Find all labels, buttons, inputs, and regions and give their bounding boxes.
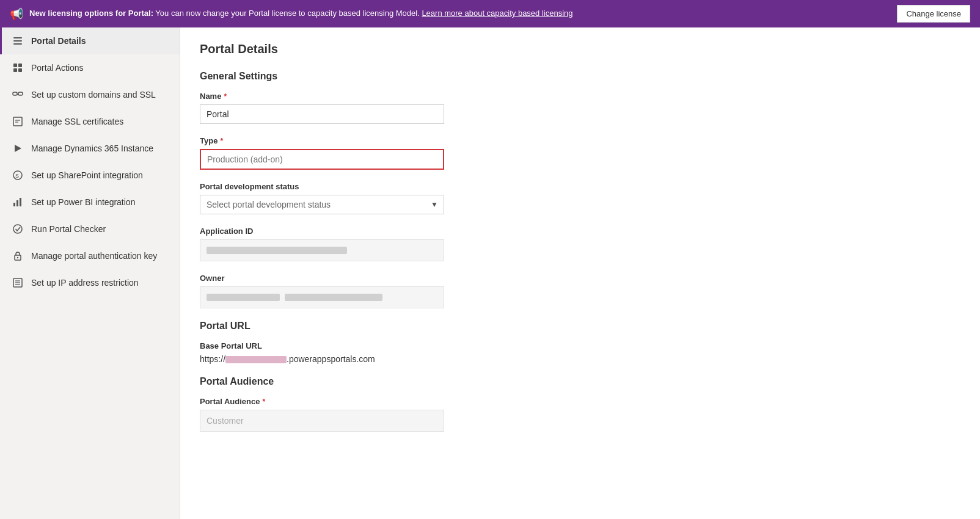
play-icon xyxy=(12,142,24,154)
app-id-blurred xyxy=(207,247,347,254)
sidebar-label: Manage Dynamics 365 Instance xyxy=(31,143,153,154)
svg-rect-17 xyxy=(16,200,18,206)
base-url-label: Base Portal URL xyxy=(200,341,960,350)
sidebar-item-custom-domains[interactable]: Set up custom domains and SSL xyxy=(0,81,180,108)
sidebar-item-ip-restriction[interactable]: Set up IP address restriction xyxy=(0,269,180,296)
audience-field-group: Portal Audience * Customer xyxy=(200,397,960,432)
svg-rect-5 xyxy=(13,68,17,72)
sidebar-item-portal-details[interactable]: Portal Details xyxy=(0,27,180,54)
main-content: Portal Details General Settings Name * T… xyxy=(180,27,980,519)
app-id-label: Application ID xyxy=(200,227,960,236)
checker-icon xyxy=(12,223,24,235)
chart-icon xyxy=(12,196,24,208)
learn-more-link[interactable]: Learn more about capacity based licensin… xyxy=(422,9,572,18)
dev-status-field-group: Portal development status Select portal … xyxy=(200,182,960,214)
owner-blurred-1 xyxy=(207,294,280,301)
required-indicator: * xyxy=(220,137,223,145)
sidebar-item-power-bi[interactable]: Set up Power BI integration xyxy=(0,189,180,216)
base-url-value: https://.powerappsportals.com xyxy=(200,354,960,364)
sidebar-label: Portal Actions xyxy=(31,62,84,73)
base-url-field-group: Base Portal URL https://.powerappsportal… xyxy=(200,341,960,364)
notification-banner: 📢 New licensing options for Portal: You … xyxy=(0,0,980,27)
sidebar-label: Set up Power BI integration xyxy=(31,197,135,208)
svg-text:S: S xyxy=(15,173,19,179)
link-icon xyxy=(12,89,24,101)
list-icon xyxy=(12,35,24,47)
type-input[interactable] xyxy=(200,149,444,170)
audience-field: Customer xyxy=(200,410,444,432)
lock-icon xyxy=(12,250,24,262)
sidebar-label: Run Portal Checker xyxy=(31,223,106,234)
announcement-icon: 📢 xyxy=(10,7,23,21)
dev-status-select[interactable]: Select portal development status Develop… xyxy=(200,195,444,214)
name-label: Name * xyxy=(200,92,960,101)
portal-url-title: Portal URL xyxy=(200,321,960,332)
dev-status-label: Portal development status xyxy=(200,182,960,191)
svg-point-21 xyxy=(17,257,18,258)
required-indicator: * xyxy=(262,397,265,406)
svg-rect-10 xyxy=(13,117,22,126)
sharepoint-icon: S xyxy=(12,169,24,181)
svg-rect-4 xyxy=(18,64,22,67)
owner-blurred-2 xyxy=(285,294,382,301)
restriction-icon xyxy=(12,277,24,289)
sidebar-label: Set up IP address restriction xyxy=(31,277,139,288)
name-field-group: Name * xyxy=(200,92,960,124)
url-blurred xyxy=(225,356,287,363)
svg-rect-1 xyxy=(13,40,22,42)
sidebar-item-portal-checker[interactable]: Run Portal Checker xyxy=(0,216,180,242)
type-label: Type * xyxy=(200,136,960,145)
sidebar-label: Set up custom domains and SSL xyxy=(31,89,156,100)
sidebar-item-ssl-certificates[interactable]: Manage SSL certificates xyxy=(0,108,180,135)
owner-label: Owner xyxy=(200,274,960,283)
svg-rect-8 xyxy=(18,92,23,95)
name-input[interactable] xyxy=(200,104,444,124)
svg-rect-6 xyxy=(18,68,22,72)
sidebar-item-portal-actions[interactable]: Portal Actions xyxy=(0,54,180,81)
svg-rect-18 xyxy=(20,198,21,206)
portal-audience-title: Portal Audience xyxy=(200,376,960,387)
svg-rect-16 xyxy=(13,203,15,206)
banner-text: New licensing options for Portal: You ca… xyxy=(29,8,891,19)
sidebar-label: Set up SharePoint integration xyxy=(31,170,143,181)
svg-rect-7 xyxy=(13,92,17,95)
audience-value: Customer xyxy=(207,416,244,426)
sidebar-label: Manage SSL certificates xyxy=(31,116,123,127)
audience-label: Portal Audience * xyxy=(200,397,960,406)
page-title: Portal Details xyxy=(200,42,960,56)
general-settings-title: General Settings xyxy=(200,71,960,82)
type-field-group: Type * xyxy=(200,136,960,170)
certificate-icon xyxy=(12,115,24,128)
change-license-button[interactable]: Change license xyxy=(897,5,970,23)
owner-field-group: Owner xyxy=(200,274,960,308)
sidebar-label: Manage portal authentication key xyxy=(31,250,157,261)
sidebar-item-sharepoint[interactable]: S Set up SharePoint integration xyxy=(0,162,180,189)
svg-marker-13 xyxy=(15,145,21,152)
svg-point-19 xyxy=(13,225,22,233)
required-indicator: * xyxy=(224,92,227,101)
grid-icon xyxy=(12,62,24,74)
sidebar-label: Portal Details xyxy=(31,35,86,46)
app-id-field xyxy=(200,239,444,261)
dev-status-select-wrapper: Select portal development status Develop… xyxy=(200,195,444,214)
app-id-field-group: Application ID xyxy=(200,227,960,261)
sidebar-item-auth-key[interactable]: Manage portal authentication key xyxy=(0,242,180,269)
svg-rect-3 xyxy=(13,64,17,67)
owner-field xyxy=(200,286,444,308)
sidebar: Portal Details Portal Actions xyxy=(0,27,180,519)
svg-rect-0 xyxy=(13,37,22,38)
svg-rect-2 xyxy=(13,43,22,45)
sidebar-item-dynamics-instance[interactable]: Manage Dynamics 365 Instance xyxy=(0,135,180,162)
